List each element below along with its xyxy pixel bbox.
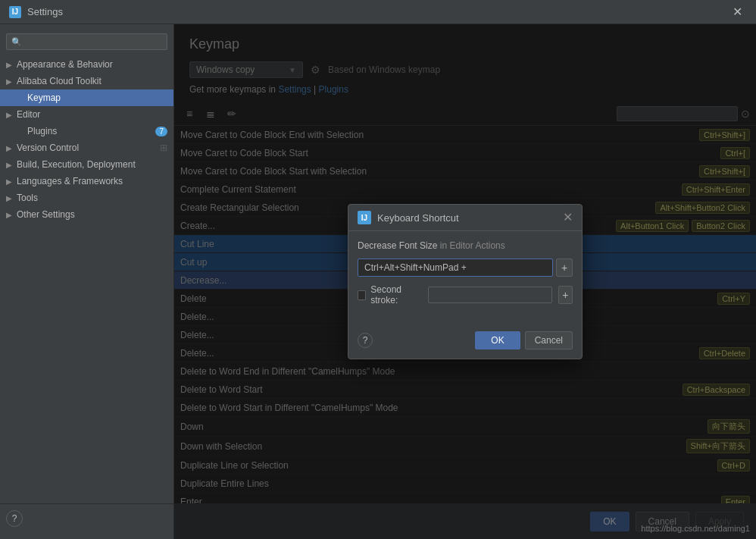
window-title: Settings: [27, 6, 63, 17]
main-container: 🔍 ▶ Appearance & Behavior ▶ Alibaba Clou…: [0, 24, 756, 539]
second-stroke-add-button[interactable]: +: [558, 286, 573, 304]
modal-help-button[interactable]: ?: [358, 333, 373, 348]
second-stroke-checkbox-area: Second stroke:: [358, 284, 422, 306]
modal-app-icon: IJ: [358, 211, 371, 224]
modal-action-label: Decrease Font Size in Editor Actions: [358, 240, 573, 251]
chevron-right-icon: ▶: [6, 194, 12, 202]
second-stroke-input-field[interactable]: [428, 287, 552, 303]
sidebar-bottom-bar: ?: [0, 503, 173, 533]
chevron-right-icon: ▶: [6, 211, 12, 219]
shortcut-input-field[interactable]: [358, 259, 553, 277]
title-bar-left: IJ Settings: [9, 6, 63, 18]
keyboard-shortcut-dialog: IJ Keyboard Shortcut ✕ Decrease Font Siz…: [348, 204, 583, 359]
window: IJ Settings ✕ 🔍 ▶ Appearance & Behavior …: [0, 0, 756, 539]
watermark: https://blog.csdn.net/daming1: [641, 524, 750, 533]
chevron-right-icon: ▶: [6, 161, 12, 169]
shortcut-add-button[interactable]: +: [556, 259, 573, 277]
sidebar-search-input[interactable]: [25, 36, 162, 47]
chevron-right-icon: ▶: [6, 177, 12, 186]
sidebar-item-version-control[interactable]: ▶ Version Control ⊞: [0, 139, 173, 156]
modal-title: Keyboard Shortcut: [377, 212, 557, 224]
sidebar-search-box[interactable]: 🔍: [6, 33, 167, 50]
title-bar: IJ Settings ✕: [0, 0, 756, 24]
modal-footer: ? OK Cancel: [348, 325, 582, 359]
sidebar-item-keymap[interactable]: Keymap: [0, 89, 173, 106]
chevron-right-icon: ▶: [6, 111, 12, 119]
action-name: Decrease Font Size: [358, 240, 437, 251]
modal-header: IJ Keyboard Shortcut ✕: [348, 205, 582, 231]
modal-body: Decrease Font Size in Editor Actions + S…: [348, 231, 582, 325]
help-button[interactable]: ?: [6, 510, 23, 527]
app-icon: IJ: [9, 6, 21, 18]
close-button[interactable]: ✕: [728, 3, 747, 20]
sidebar-item-label: Alibaba Cloud Toolkit: [17, 76, 102, 86]
sidebar-item-label: Build, Execution, Deployment: [17, 159, 136, 170]
vcs-icon: ⊞: [160, 143, 167, 153]
sidebar-item-label: Other Settings: [17, 209, 75, 220]
action-context-text: in Editor Actions: [440, 240, 505, 251]
second-stroke-label: Second stroke:: [370, 284, 422, 306]
modal-close-button[interactable]: ✕: [563, 212, 573, 224]
content-area: Keymap Windows copy ▼ ⚙ Based on Windows…: [174, 24, 756, 539]
modal-footer-buttons: OK Cancel: [475, 331, 573, 349]
sidebar: 🔍 ▶ Appearance & Behavior ▶ Alibaba Clou…: [0, 24, 174, 539]
modal-ok-button[interactable]: OK: [475, 331, 520, 349]
sidebar-item-label: Languages & Frameworks: [17, 176, 123, 186]
sidebar-item-tools[interactable]: ▶ Tools: [0, 190, 173, 206]
sidebar-item-plugins[interactable]: Plugins 7: [0, 123, 173, 139]
chevron-right-icon: ▶: [6, 61, 12, 69]
sidebar-item-label: Plugins: [27, 126, 57, 136]
sidebar-item-label: Appearance & Behavior: [17, 59, 113, 70]
second-stroke-checkbox[interactable]: [358, 290, 366, 300]
chevron-right-icon: ▶: [6, 144, 12, 152]
sidebar-item-editor[interactable]: ▶ Editor: [0, 106, 173, 123]
sidebar-item-other-settings[interactable]: ▶ Other Settings: [0, 206, 173, 223]
sidebar-item-label: Keymap: [27, 92, 61, 103]
search-icon: 🔍: [11, 37, 22, 47]
modal-cancel-button[interactable]: Cancel: [525, 331, 573, 349]
sidebar-item-label: Version Control: [17, 143, 79, 153]
sidebar-item-alibaba[interactable]: ▶ Alibaba Cloud Toolkit: [0, 73, 173, 89]
sidebar-item-label: Tools: [17, 193, 38, 203]
sidebar-item-languages[interactable]: ▶ Languages & Frameworks: [0, 173, 173, 190]
plugins-badge: 7: [155, 127, 167, 136]
sidebar-item-label: Editor: [17, 109, 40, 120]
modal-overlay: IJ Keyboard Shortcut ✕ Decrease Font Siz…: [174, 24, 756, 539]
sidebar-item-build[interactable]: ▶ Build, Execution, Deployment: [0, 156, 173, 173]
second-stroke-row: Second stroke: +: [358, 284, 573, 306]
sidebar-item-appearance-behavior[interactable]: ▶ Appearance & Behavior: [0, 56, 173, 73]
chevron-right-icon: ▶: [6, 77, 12, 86]
shortcut-input-row: +: [358, 259, 573, 277]
